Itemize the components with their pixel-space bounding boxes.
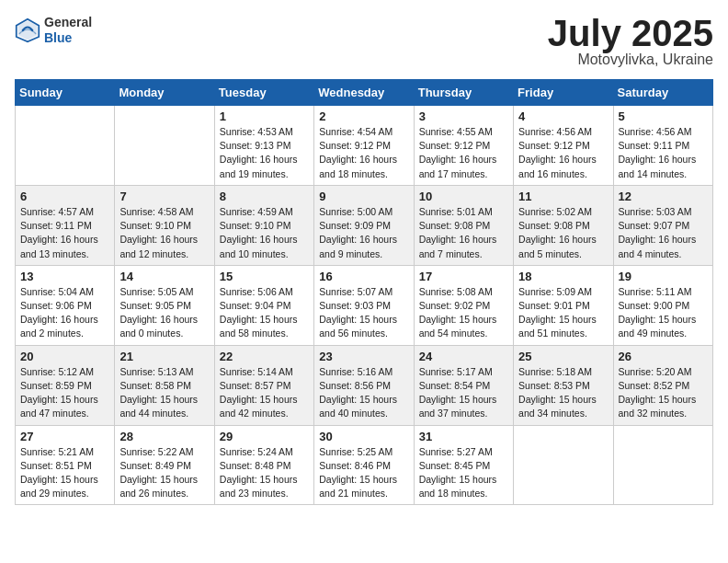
- calendar-cell: 26Sunrise: 5:20 AM Sunset: 8:52 PM Dayli…: [613, 345, 712, 425]
- calendar-cell: 6Sunrise: 4:57 AM Sunset: 9:11 PM Daylig…: [16, 185, 115, 265]
- calendar-week-row: 6Sunrise: 4:57 AM Sunset: 9:11 PM Daylig…: [16, 185, 713, 265]
- day-info: Sunrise: 5:12 AM Sunset: 8:59 PM Dayligh…: [20, 365, 109, 421]
- day-number: 2: [319, 109, 408, 123]
- day-number: 12: [619, 190, 708, 203]
- calendar-cell: 11Sunrise: 5:02 AM Sunset: 9:08 PM Dayli…: [514, 185, 613, 265]
- day-info: Sunrise: 4:59 AM Sunset: 9:10 PM Dayligh…: [220, 205, 309, 261]
- day-number: 18: [518, 270, 608, 283]
- calendar-cell: 23Sunrise: 5:16 AM Sunset: 8:56 PM Dayli…: [314, 345, 414, 425]
- calendar-cell: [16, 106, 115, 186]
- day-number: 21: [119, 350, 209, 363]
- day-number: 27: [20, 430, 109, 443]
- day-number: 30: [319, 430, 408, 443]
- weekday-header-tuesday: Tuesday: [214, 80, 313, 106]
- calendar-cell: 8Sunrise: 4:59 AM Sunset: 9:10 PM Daylig…: [214, 185, 313, 265]
- day-info: Sunrise: 5:07 AM Sunset: 9:03 PM Dayligh…: [319, 285, 408, 341]
- logo-icon: [15, 17, 40, 43]
- calendar-cell: 25Sunrise: 5:18 AM Sunset: 8:53 PM Dayli…: [514, 345, 613, 425]
- day-number: 29: [220, 430, 309, 443]
- calendar-cell: 12Sunrise: 5:03 AM Sunset: 9:07 PM Dayli…: [613, 185, 712, 265]
- day-number: 7: [119, 190, 209, 203]
- day-number: 11: [518, 190, 608, 203]
- calendar-cell: 18Sunrise: 5:09 AM Sunset: 9:01 PM Dayli…: [514, 265, 613, 345]
- calendar-cell: 17Sunrise: 5:08 AM Sunset: 9:02 PM Dayli…: [414, 265, 513, 345]
- calendar-cell: [613, 425, 712, 505]
- day-info: Sunrise: 5:16 AM Sunset: 8:56 PM Dayligh…: [319, 365, 408, 421]
- day-number: 20: [20, 350, 109, 363]
- day-info: Sunrise: 4:56 AM Sunset: 9:11 PM Dayligh…: [619, 125, 708, 181]
- day-info: Sunrise: 4:55 AM Sunset: 9:12 PM Dayligh…: [419, 125, 508, 181]
- day-number: 24: [419, 350, 508, 363]
- day-info: Sunrise: 5:04 AM Sunset: 9:06 PM Dayligh…: [20, 285, 109, 341]
- page-header: General Blue July 2025 Motovylivka, Ukra…: [15, 15, 713, 68]
- day-number: 14: [119, 270, 209, 283]
- calendar-cell: 19Sunrise: 5:11 AM Sunset: 9:00 PM Dayli…: [613, 265, 712, 345]
- day-number: 5: [619, 109, 708, 123]
- day-info: Sunrise: 5:21 AM Sunset: 8:51 PM Dayligh…: [20, 445, 109, 501]
- location: Motovylivka, Ukraine: [548, 52, 713, 68]
- calendar-table: SundayMondayTuesdayWednesdayThursdayFrid…: [15, 79, 713, 505]
- calendar-cell: 20Sunrise: 5:12 AM Sunset: 8:59 PM Dayli…: [16, 345, 115, 425]
- weekday-header-thursday: Thursday: [414, 80, 513, 106]
- logo-general-label: General: [44, 15, 92, 30]
- calendar-cell: 14Sunrise: 5:05 AM Sunset: 9:05 PM Dayli…: [115, 265, 214, 345]
- calendar-cell: 22Sunrise: 5:14 AM Sunset: 8:57 PM Dayli…: [214, 345, 313, 425]
- calendar-week-row: 20Sunrise: 5:12 AM Sunset: 8:59 PM Dayli…: [16, 345, 713, 425]
- day-info: Sunrise: 5:11 AM Sunset: 9:00 PM Dayligh…: [619, 285, 708, 341]
- day-number: 28: [119, 430, 209, 443]
- logo-text: General Blue: [44, 15, 92, 46]
- day-number: 3: [419, 109, 508, 123]
- day-info: Sunrise: 5:14 AM Sunset: 8:57 PM Dayligh…: [220, 365, 309, 421]
- day-number: 13: [20, 270, 109, 283]
- month-title: July 2025: [548, 15, 713, 52]
- calendar-cell: 2Sunrise: 4:54 AM Sunset: 9:12 PM Daylig…: [314, 106, 414, 186]
- day-number: 9: [319, 190, 408, 203]
- calendar-cell: 31Sunrise: 5:27 AM Sunset: 8:45 PM Dayli…: [414, 425, 513, 505]
- calendar-cell: 21Sunrise: 5:13 AM Sunset: 8:58 PM Dayli…: [115, 345, 214, 425]
- day-number: 4: [518, 109, 608, 123]
- calendar-cell: [115, 106, 214, 186]
- calendar-cell: 30Sunrise: 5:25 AM Sunset: 8:46 PM Dayli…: [314, 425, 414, 505]
- day-number: 19: [619, 270, 708, 283]
- calendar-cell: 24Sunrise: 5:17 AM Sunset: 8:54 PM Dayli…: [414, 345, 513, 425]
- calendar-cell: 3Sunrise: 4:55 AM Sunset: 9:12 PM Daylig…: [414, 106, 513, 186]
- day-info: Sunrise: 4:56 AM Sunset: 9:12 PM Dayligh…: [518, 125, 608, 181]
- day-number: 8: [220, 190, 309, 203]
- weekday-header-wednesday: Wednesday: [314, 80, 414, 106]
- day-number: 16: [319, 270, 408, 283]
- day-info: Sunrise: 5:18 AM Sunset: 8:53 PM Dayligh…: [518, 365, 608, 421]
- title-area: July 2025 Motovylivka, Ukraine: [548, 15, 713, 68]
- day-info: Sunrise: 4:58 AM Sunset: 9:10 PM Dayligh…: [119, 205, 209, 261]
- day-number: 23: [319, 350, 408, 363]
- day-info: Sunrise: 4:53 AM Sunset: 9:13 PM Dayligh…: [220, 125, 309, 181]
- day-info: Sunrise: 5:00 AM Sunset: 9:09 PM Dayligh…: [319, 205, 408, 261]
- weekday-header-saturday: Saturday: [613, 80, 712, 106]
- calendar-cell: 15Sunrise: 5:06 AM Sunset: 9:04 PM Dayli…: [214, 265, 313, 345]
- day-info: Sunrise: 5:27 AM Sunset: 8:45 PM Dayligh…: [419, 445, 508, 501]
- calendar-cell: 4Sunrise: 4:56 AM Sunset: 9:12 PM Daylig…: [514, 106, 613, 186]
- calendar-cell: 27Sunrise: 5:21 AM Sunset: 8:51 PM Dayli…: [16, 425, 115, 505]
- calendar-cell: 9Sunrise: 5:00 AM Sunset: 9:09 PM Daylig…: [314, 185, 414, 265]
- day-info: Sunrise: 5:08 AM Sunset: 9:02 PM Dayligh…: [419, 285, 508, 341]
- day-info: Sunrise: 5:01 AM Sunset: 9:08 PM Dayligh…: [419, 205, 508, 261]
- calendar-cell: 5Sunrise: 4:56 AM Sunset: 9:11 PM Daylig…: [613, 106, 712, 186]
- calendar-cell: 16Sunrise: 5:07 AM Sunset: 9:03 PM Dayli…: [314, 265, 414, 345]
- calendar-cell: [514, 425, 613, 505]
- day-info: Sunrise: 4:57 AM Sunset: 9:11 PM Dayligh…: [20, 205, 109, 261]
- calendar-cell: 13Sunrise: 5:04 AM Sunset: 9:06 PM Dayli…: [16, 265, 115, 345]
- calendar-week-row: 1Sunrise: 4:53 AM Sunset: 9:13 PM Daylig…: [16, 106, 713, 186]
- day-number: 6: [20, 190, 109, 203]
- day-info: Sunrise: 5:25 AM Sunset: 8:46 PM Dayligh…: [319, 445, 408, 501]
- logo: General Blue: [15, 15, 92, 46]
- day-number: 22: [220, 350, 309, 363]
- day-info: Sunrise: 5:06 AM Sunset: 9:04 PM Dayligh…: [220, 285, 309, 341]
- day-info: Sunrise: 5:09 AM Sunset: 9:01 PM Dayligh…: [518, 285, 608, 341]
- logo-blue-label: Blue: [44, 30, 92, 46]
- calendar-cell: 29Sunrise: 5:24 AM Sunset: 8:48 PM Dayli…: [214, 425, 313, 505]
- day-number: 1: [220, 109, 309, 123]
- day-info: Sunrise: 4:54 AM Sunset: 9:12 PM Dayligh…: [319, 125, 408, 181]
- day-info: Sunrise: 5:03 AM Sunset: 9:07 PM Dayligh…: [619, 205, 708, 261]
- day-number: 17: [419, 270, 508, 283]
- calendar-header-row: SundayMondayTuesdayWednesdayThursdayFrid…: [16, 80, 713, 106]
- calendar-cell: 1Sunrise: 4:53 AM Sunset: 9:13 PM Daylig…: [214, 106, 313, 186]
